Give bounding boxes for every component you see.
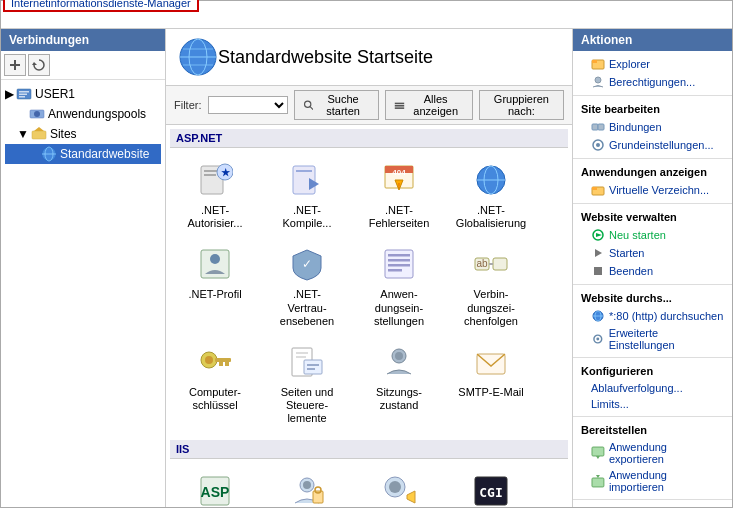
svg-text:✓: ✓ [302,257,312,271]
action-export[interactable]: Anwendung exportieren [573,439,732,467]
tree-root-arrow[interactable]: ▶ USER1 [5,84,161,104]
svg-rect-46 [388,264,410,267]
icon-net-auth[interactable]: ★ .NET-Autorisier... [170,154,260,236]
tree-standardwebsite[interactable]: Standardwebsite [5,144,161,164]
action-vdir-label: Virtuelle Verzeichn... [609,184,709,196]
action-start-label: Starten [609,247,644,259]
basic-settings-icon [591,138,605,152]
icon-net-profile-label: .NET-Profil [188,288,241,301]
svg-rect-44 [388,254,410,257]
svg-rect-102 [592,447,604,456]
svg-line-20 [310,107,313,110]
action-bindings[interactable]: Bindungen [573,118,732,136]
svg-rect-22 [394,105,403,107]
action-start[interactable]: Starten [573,244,732,262]
icon-authz[interactable]: Autorisi-Regeln [354,465,444,508]
sidebar-refresh-btn[interactable] [28,54,50,76]
icon-net-errors[interactable]: 404 ! .NET-Fehlerseiten [354,154,444,236]
svg-rect-61 [307,364,319,366]
icon-asp[interactable]: ASP ASP [170,465,260,508]
action-trace[interactable]: Ablaufverfolgung... [573,380,732,396]
icon-pages[interactable]: Seiten undSteuere-lemente [262,336,352,432]
icon-cgi[interactable]: CGI CGI [446,465,536,508]
svg-text:★: ★ [221,167,231,178]
action-limits-label: Limits... [591,398,629,410]
show-all-btn[interactable]: Alles anzeigen [385,90,473,120]
action-vdir[interactable]: Virtuelle Verzeichn... [573,181,732,199]
svg-rect-92 [592,187,597,190]
icon-auth[interactable]: Authenti... [262,465,352,508]
section-iis-header: IIS [170,440,568,459]
icon-net-profile[interactable]: .NET-Profil [170,238,260,334]
sidebar-header: Verbindungen [1,29,165,51]
icon-machinekey[interactable]: Computer-schlüssel [170,336,260,432]
start-icon [591,246,605,260]
page-title: Standardwebsite Startseite [218,47,433,68]
icon-net-global[interactable]: .NET-Globalisierung [446,154,536,236]
tree-sites-label: Sites [50,127,77,141]
search-start-btn[interactable]: Suche starten [294,90,379,120]
action-group-top: Explorer Berechtigungen... [573,51,732,96]
icon-session[interactable]: Sitzungs-zustand [354,336,444,432]
group-btn[interactable]: Gruppieren nach: [479,90,564,120]
icon-machinekey-label: Computer-schlüssel [189,386,241,412]
action-group-config-title: Konfigurieren [573,362,732,380]
icon-app-settings-label: Anwen-dungsein-stellungen [374,288,424,328]
action-ext-settings[interactable]: Erweiterte Einstellungen [573,325,732,353]
action-restart[interactable]: Neu starten [573,226,732,244]
svg-point-90 [596,143,600,147]
page-header: Standardwebsite Startseite [166,29,572,86]
action-browse-80-label: *:80 (http) durchsuchen [609,310,723,322]
action-stop[interactable]: Beenden [573,262,732,280]
svg-rect-1 [14,60,16,70]
action-import[interactable]: Anwendung importieren [573,467,732,495]
search-icon [303,98,314,112]
svg-rect-23 [394,107,403,109]
svg-rect-62 [307,368,315,370]
main-window: Internetinformationsdienste-Manager Verb… [0,0,733,508]
tree-apppools-label: Anwendungspools [48,107,146,121]
icon-pages-label: Seiten undSteuere-lemente [281,386,334,426]
action-basic-settings-label: Grundeinstellungen... [609,139,714,151]
tree-apppools[interactable]: Anwendungspools [5,104,161,124]
action-browse-80[interactable]: *:80 (http) durchsuchen [573,307,732,325]
action-group-browse: Website durchs... *:80 (http) durchsuche… [573,285,732,358]
action-bindings-label: Bindungen [609,121,662,133]
action-permissions[interactable]: Berechtigungen... [573,73,732,91]
action-group-manage-title: Website verwalten [573,208,732,226]
action-restart-label: Neu starten [609,229,666,241]
sidebar-new-btn[interactable] [4,54,26,76]
icon-app-settings[interactable]: Anwen-dungsein-stellungen [354,238,444,334]
action-explorer[interactable]: Explorer [573,55,732,73]
svg-text:CGI: CGI [479,485,502,500]
svg-rect-104 [592,478,604,487]
action-group-config: Konfigurieren Ablaufverfolgung... Limits… [573,358,732,417]
actions-header: Aktionen [573,29,732,51]
svg-rect-49 [493,258,507,270]
svg-text:ASP: ASP [201,484,230,500]
permissions-icon [591,75,605,89]
icon-net-compile-label: .NET-Kompile... [283,204,332,230]
app-title-area: Internetinformationsdienste-Manager [1,1,732,29]
svg-rect-4 [19,91,29,93]
svg-point-73 [389,481,401,493]
sidebar: Verbindungen ▶ [1,29,166,507]
svg-rect-59 [296,356,306,358]
action-stop-label: Beenden [609,265,653,277]
icon-net-compile[interactable]: .NET-Kompile... [262,154,352,236]
vdir-icon [591,183,605,197]
action-limits[interactable]: Limits... [573,396,732,412]
icon-net-errors-label: .NET-Fehlerseiten [369,204,430,230]
action-permissions-label: Berechtigungen... [609,76,695,88]
icon-net-trust[interactable]: ✓ .NET-Vertrau-ensebenen [262,238,352,334]
group-label: Gruppieren nach: [488,93,555,117]
main-content: Standardwebsite Startseite Filter: Suche… [166,29,572,507]
tree-sites[interactable]: ▼ Sites [5,124,161,144]
filter-dropdown[interactable] [208,96,288,114]
icon-smtp[interactable]: SMTP-E-Mail [446,336,536,432]
icon-connstr[interactable]: ab Verbin-dungszei-chenfolgen [446,238,536,334]
svg-marker-94 [596,233,602,237]
browse-icon [591,309,605,323]
action-basic-settings[interactable]: Grundeinstellungen... [573,136,732,154]
svg-text:404: 404 [392,168,406,177]
